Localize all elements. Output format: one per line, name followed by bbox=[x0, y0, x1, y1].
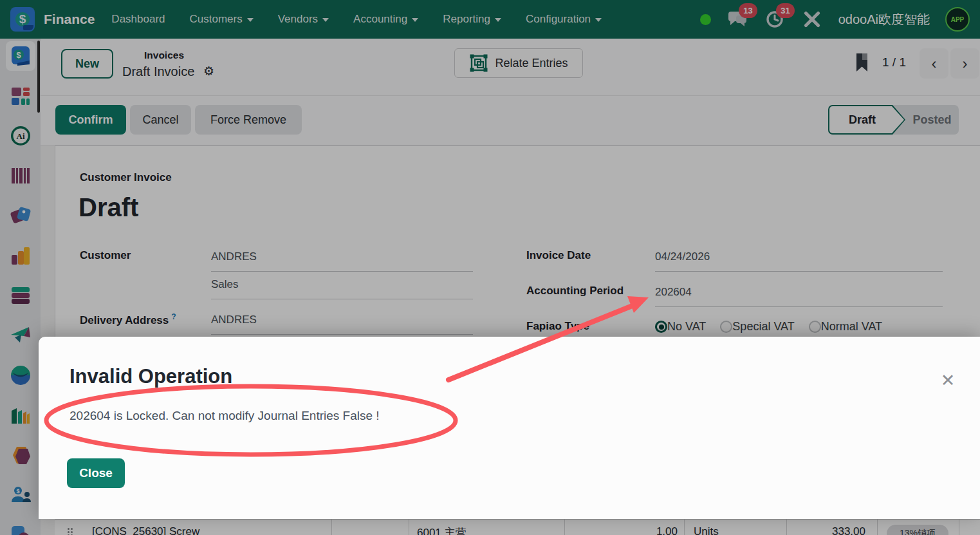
close-icon[interactable]: ✕ bbox=[936, 369, 959, 392]
close-button[interactable]: Close bbox=[67, 458, 125, 488]
page: $ Finance Dashboard Customers Vendors Ac… bbox=[0, 0, 980, 535]
dialog-title: Invalid Operation bbox=[69, 365, 232, 388]
invalid-operation-dialog: Invalid Operation ✕ 202604 is Locked. Ca… bbox=[39, 337, 980, 519]
dialog-message: 202604 is Locked. Can not modify Journal… bbox=[69, 409, 380, 423]
